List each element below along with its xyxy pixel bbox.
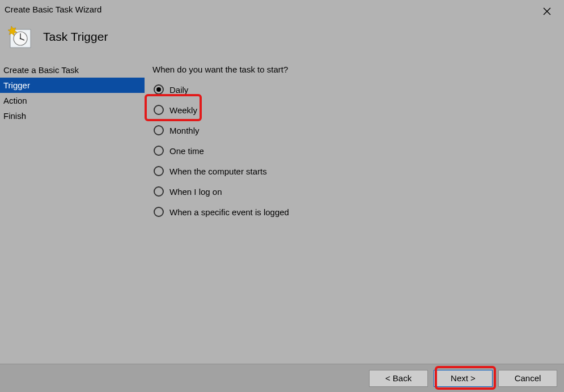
next-button[interactable]: Next > (434, 370, 493, 387)
sidebar-item-create-basic-task[interactable]: Create a Basic Task (0, 62, 145, 78)
radio-specific-event[interactable]: When a specific event is logged (152, 206, 564, 218)
back-button[interactable]: < Back (369, 370, 428, 387)
titlebar: Create Basic Task Wizard (0, 0, 564, 18)
sidebar-item-label: Finish (3, 111, 26, 121)
radio-label: When a specific event is logged (169, 207, 289, 217)
cancel-button[interactable]: Cancel (498, 370, 557, 387)
radio-indicator-icon (154, 125, 164, 135)
radio-label: Weekly (169, 105, 197, 115)
radio-indicator-icon (154, 105, 164, 115)
sidebar-item-trigger[interactable]: Trigger (0, 78, 145, 93)
radio-label: One time (169, 146, 204, 156)
window-title: Create Basic Task Wizard (5, 3, 101, 14)
wizard-steps-sidebar: Create a Basic Task Trigger Action Finis… (0, 62, 145, 340)
close-button[interactable] (536, 3, 558, 19)
main-panel: When do you want the task to start? Dail… (145, 62, 564, 340)
trigger-radio-group: Daily Weekly Monthly One time When the c… (152, 83, 564, 218)
radio-monthly[interactable]: Monthly (152, 124, 564, 137)
radio-one-time[interactable]: One time (152, 144, 564, 157)
radio-log-on[interactable]: When I log on (152, 185, 564, 198)
close-icon (543, 7, 551, 15)
radio-label: Daily (169, 85, 188, 95)
trigger-question-label: When do you want the task to start? (152, 62, 564, 82)
radio-indicator-icon (154, 166, 164, 176)
radio-daily[interactable]: Daily (152, 83, 564, 96)
radio-indicator-icon (154, 207, 164, 217)
sidebar-item-label: Create a Basic Task (3, 65, 79, 75)
radio-indicator-icon (154, 146, 164, 156)
sidebar-item-label: Trigger (3, 80, 30, 90)
radio-label: Monthly (169, 126, 200, 135)
page-heading: Task Trigger (43, 30, 108, 44)
svg-point-6 (20, 38, 22, 40)
radio-label: When I log on (169, 187, 222, 197)
content-area: Create a Basic Task Trigger Action Finis… (0, 62, 564, 340)
sidebar-item-label: Action (3, 96, 27, 105)
radio-weekly[interactable]: Weekly (152, 104, 564, 116)
wizard-footer: < Back Next > Cancel (0, 364, 564, 392)
radio-computer-starts[interactable]: When the computer starts (152, 165, 564, 177)
wizard-clock-icon (8, 25, 32, 49)
sidebar-item-finish[interactable]: Finish (0, 108, 145, 123)
wizard-header: Task Trigger (0, 18, 564, 62)
radio-label: When the computer starts (169, 167, 267, 176)
radio-indicator-icon (154, 84, 164, 95)
sidebar-item-action[interactable]: Action (0, 93, 145, 108)
radio-indicator-icon (154, 186, 164, 197)
